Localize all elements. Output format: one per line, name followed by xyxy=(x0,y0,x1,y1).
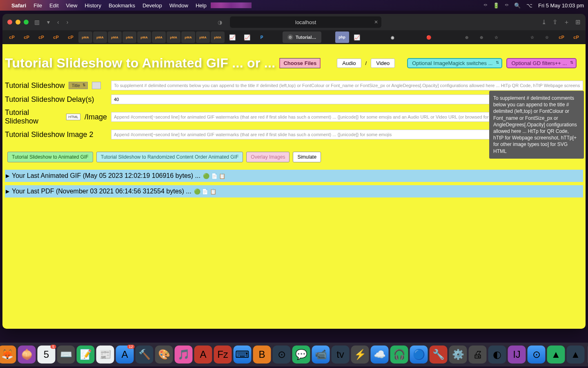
dock-filezilla[interactable]: Fz xyxy=(214,346,232,364)
dock-news[interactable]: 📰 xyxy=(96,346,114,364)
tab-overview-icon[interactable]: ⊞ xyxy=(575,18,581,26)
fav-chart-3[interactable]: 📈 xyxy=(350,31,364,43)
fav-phpmyadmin-6[interactable]: pMA xyxy=(152,31,166,43)
dock-blender[interactable]: B xyxy=(253,346,271,364)
dock-whatsapp[interactable]: 💬 xyxy=(292,346,310,364)
fav-misc[interactable]: ◉ xyxy=(386,31,400,43)
menu-develop[interactable]: Develop xyxy=(143,2,162,9)
fav-phpmyadmin-1[interactable]: pMA xyxy=(78,31,92,43)
dock-printer[interactable]: 🖨 xyxy=(469,346,487,364)
back-icon[interactable]: ‹ xyxy=(56,19,61,25)
fav-google[interactable]: 🔴 xyxy=(422,31,436,43)
imagemagick-select[interactable]: Optional ImageMagick switches ... xyxy=(407,58,502,68)
fav-chart-1[interactable]: 📈 xyxy=(225,31,239,43)
fav-star-1[interactable]: ☆ xyxy=(489,31,503,43)
fav-phpmyadmin-8[interactable]: pMA xyxy=(181,31,195,43)
spotlight-icon[interactable]: 🔍 xyxy=(514,2,521,9)
fav-phpmyadmin-2[interactable]: pMA xyxy=(93,31,107,43)
fav-phpmyadmin-7[interactable]: pMA xyxy=(167,31,180,43)
title-select[interactable]: Title xyxy=(69,82,87,89)
menu-help[interactable]: Help xyxy=(196,2,207,9)
dock-text[interactable]: 📝 xyxy=(77,346,95,364)
fav-php[interactable]: php xyxy=(335,31,349,43)
fav-phpmyadmin-4[interactable]: pMA xyxy=(122,31,136,43)
dock-weather[interactable]: ☁️ xyxy=(371,346,389,364)
fav-cpanel-4[interactable]: cP xyxy=(49,31,63,43)
fav-compass-1[interactable]: ⊕ xyxy=(460,31,474,43)
dock-appstore[interactable]: A12 xyxy=(116,346,134,364)
downloads-icon[interactable]: ⤓ xyxy=(541,18,547,26)
dock-firefox[interactable]: 🦊 xyxy=(0,346,16,364)
dock-tor[interactable]: 🧅 xyxy=(18,346,36,364)
wifi-icon[interactable]: ⌔ xyxy=(505,2,508,9)
details-last-gif[interactable]: ▶ Your Last Animated GIF (May 05 2023 12… xyxy=(5,170,583,182)
dock-cmake[interactable]: ▲ xyxy=(567,346,585,364)
menu-history[interactable]: History xyxy=(85,2,101,9)
address-bar[interactable]: ◑ localhost ✕ xyxy=(230,16,382,28)
details-last-pdf[interactable]: ▶ Your Last PDF (November 03 2021 06:14:… xyxy=(5,185,583,197)
simulate-button[interactable]: Simulate xyxy=(293,152,321,162)
bluetooth-icon[interactable]: ⌔ xyxy=(484,2,487,9)
dock-steam[interactable]: ⊙ xyxy=(528,346,546,364)
browser-tab-active[interactable]: ⊙ Tutorial… xyxy=(283,31,321,43)
fav-cpanel-7[interactable]: cP xyxy=(569,31,583,43)
dock-tool[interactable]: 🔧 xyxy=(430,346,448,364)
fav-cpanel-1[interactable]: cP xyxy=(5,31,19,43)
share-icon[interactable]: ⇪ xyxy=(552,18,558,26)
new-tab-icon[interactable]: ＋ xyxy=(564,18,570,26)
dock-palette[interactable]: 🎨 xyxy=(155,346,173,364)
fav-phpmyadmin-3[interactable]: pMA xyxy=(108,31,122,43)
fav-compass-2[interactable]: ⊕ xyxy=(474,31,488,43)
dock-music[interactable]: 🎵 xyxy=(175,346,193,364)
to-randomized-gif-button[interactable]: Tutorial Slideshow to Randomized Content… xyxy=(96,152,243,162)
close-button[interactable] xyxy=(7,20,12,25)
menubar-clock[interactable]: Fri 5 May 10:03 pm xyxy=(538,2,584,9)
fav-cpanel-6[interactable]: cP xyxy=(555,31,568,43)
to-animated-gif-button[interactable]: Tutorial Slideshow to Animated GIF xyxy=(7,152,93,162)
battery-icon[interactable]: 🔋 xyxy=(493,2,499,9)
title-input[interactable] xyxy=(111,81,583,90)
audio-button[interactable]: Audio xyxy=(337,58,361,68)
dock-tv[interactable]: tv xyxy=(332,346,350,364)
sidebar-toggle-icon[interactable]: ▥ xyxy=(33,19,41,25)
stop-reload-icon[interactable]: ✕ xyxy=(374,19,378,25)
fav-chart-2[interactable]: 📈 xyxy=(240,31,254,43)
dock-op[interactable]: 🔵 xyxy=(410,346,428,364)
menu-bookmarks[interactable]: Bookmarks xyxy=(109,2,135,9)
fav-cpanel-5[interactable]: cP xyxy=(64,31,78,43)
tab-group-icon[interactable]: ▾ xyxy=(45,19,51,25)
fav-paypal[interactable]: P xyxy=(255,31,269,43)
dock-obs[interactable]: ⊙ xyxy=(273,346,291,364)
overlay-images-button[interactable]: Overlay Images xyxy=(246,152,290,162)
fav-phpmyadmin-10[interactable]: pMA xyxy=(211,31,225,43)
dock-calendar2[interactable]: 55 xyxy=(38,346,56,364)
menu-file[interactable]: File xyxy=(33,2,42,9)
fav-cpanel-2[interactable]: cP xyxy=(20,31,33,43)
minimize-button[interactable] xyxy=(16,20,20,25)
menu-window[interactable]: Window xyxy=(169,2,188,9)
zoom-button[interactable] xyxy=(24,20,29,25)
fav-star-3[interactable]: ☆ xyxy=(540,31,554,43)
fav-phpmyadmin-9[interactable]: pMA xyxy=(196,31,210,43)
video-button[interactable]: Video xyxy=(371,58,395,68)
dock-xcode[interactable]: 🔨 xyxy=(136,346,154,364)
fav-star-2[interactable]: ☆ xyxy=(525,31,539,43)
dock-intellij[interactable]: IJ xyxy=(508,346,526,364)
dock-terminal[interactable]: ⌨️ xyxy=(57,346,75,364)
menu-view[interactable]: View xyxy=(66,2,78,9)
dock-zoom[interactable]: 📹 xyxy=(312,346,330,364)
fav-cpanel-3[interactable]: cP xyxy=(34,31,48,43)
menu-edit[interactable]: Edit xyxy=(49,2,58,9)
title-checkbox[interactable] xyxy=(92,82,101,89)
forward-icon[interactable]: › xyxy=(65,19,70,25)
dock-spotify[interactable]: 🎧 xyxy=(390,346,408,364)
dock-vscode[interactable]: ⌨ xyxy=(234,346,252,364)
dock-eclipse[interactable]: ◐ xyxy=(488,346,506,364)
choose-files-button[interactable]: Choose Files xyxy=(279,58,321,68)
dock-android[interactable]: ▲ xyxy=(547,346,565,364)
dock-shortcut[interactable]: ⚡ xyxy=(351,346,369,364)
gd-filters-select[interactable]: Optional GD filters++ ... xyxy=(506,58,577,68)
app-name[interactable]: Safari xyxy=(11,2,26,9)
html-badge[interactable]: HTML xyxy=(66,114,80,120)
dock-acrobat[interactable]: A xyxy=(194,346,212,364)
